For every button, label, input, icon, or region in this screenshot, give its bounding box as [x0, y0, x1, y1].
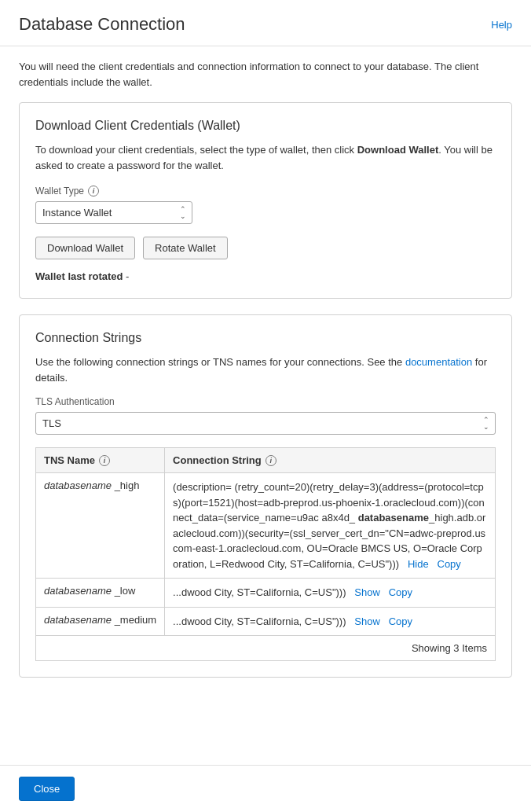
copy-link-high[interactable]: Copy [438, 558, 461, 570]
copy-link-medium[interactable]: Copy [389, 615, 412, 627]
wallet-last-rotated: Wallet last rotated - [35, 270, 496, 282]
wallet-type-select[interactable]: Instance Wallet Regional Wallet [35, 201, 192, 224]
conn-string-info-icon[interactable]: i [266, 455, 276, 466]
tns-prefix-medium: databasename [44, 614, 112, 626]
connection-section: Connection Strings Use the following con… [19, 314, 512, 678]
col2-label: Connection String [173, 454, 262, 466]
showing-items: Showing 3 Items [35, 636, 496, 661]
page-header: Database Connection Help [0, 0, 531, 46]
download-wallet-button[interactable]: Download Wallet [35, 237, 135, 259]
tls-label: TLS Authentication [35, 396, 496, 407]
copy-link-low[interactable]: Copy [389, 586, 412, 598]
wallet-rotated-label: Wallet last rotated [35, 270, 123, 282]
documentation-link[interactable]: documentation [405, 356, 472, 368]
col-tns-name: TNS Name i [36, 448, 165, 473]
conn-string-low: ...dwood City, ST=California, C=US"))) S… [165, 579, 496, 608]
tns-prefix-low: databasename [44, 585, 112, 597]
wallet-type-label: Wallet Type i [35, 186, 496, 197]
page-body: You will need the client credentials and… [0, 46, 531, 765]
wallet-rotated-value: - [123, 270, 129, 282]
wallet-desc-text1: To download your client credentials, sel… [35, 144, 357, 156]
rotate-wallet-button[interactable]: Rotate Wallet [143, 237, 228, 259]
table-row: databasename _low ...dwood City, ST=Cali… [36, 579, 496, 608]
show-link-low[interactable]: Show [354, 586, 380, 598]
wallet-type-info-icon[interactable]: i [88, 186, 99, 197]
conn-string-high-db: databasename [358, 512, 429, 524]
connection-desc: Use the following connection strings or … [35, 355, 496, 385]
conn-string-medium: ...dwood City, ST=California, C=US"))) S… [165, 607, 496, 636]
wallet-section-title: Download Client Credentials (Wallet) [35, 119, 496, 133]
conn-string-high: (description= (retry_count=20)(retry_del… [165, 473, 496, 579]
wallet-type-select-wrapper: Instance Wallet Regional Wallet [35, 201, 192, 224]
page-footer: Close [0, 765, 531, 812]
tns-name-medium: databasename _medium [36, 607, 165, 636]
conn-string-medium-truncated: ...dwood City, ST=California, C=US"))) [173, 615, 352, 627]
wallet-section: Download Client Credentials (Wallet) To … [19, 102, 512, 299]
page-title: Database Connection [19, 14, 185, 35]
tns-prefix-high: databasename [44, 479, 112, 491]
tns-info-icon[interactable]: i [99, 455, 110, 466]
page-container: Database Connection Help You will need t… [0, 0, 531, 812]
col1-label: TNS Name [44, 454, 95, 466]
tns-name-low: databasename _low [36, 579, 165, 608]
tns-name-high: databasename _high [36, 473, 165, 579]
hide-link-high[interactable]: Hide [408, 558, 429, 570]
col-connection-string: Connection String i [165, 448, 496, 473]
intro-text: You will need the client credentials and… [19, 59, 512, 90]
connection-table: TNS Name i Connection String i [35, 447, 496, 636]
conn-string-low-truncated: ...dwood City, ST=California, C=US"))) [173, 586, 352, 598]
wallet-button-row: Download Wallet Rotate Wallet [35, 237, 496, 259]
wallet-desc-bold: Download Wallet [357, 144, 439, 156]
tns-suffix-medium: _medium [112, 614, 156, 626]
tns-suffix-high: _high [112, 479, 139, 491]
tls-select-wrapper: TLS Mutual TLS [35, 412, 496, 435]
table-row: databasename _medium ...dwood City, ST=C… [36, 607, 496, 636]
tns-suffix-low: _low [112, 585, 135, 597]
table-header-row: TNS Name i Connection String i [36, 448, 496, 473]
connection-section-title: Connection Strings [35, 331, 496, 345]
wallet-section-desc: To download your client credentials, sel… [35, 142, 496, 173]
wallet-type-label-text: Wallet Type [35, 186, 84, 197]
show-link-medium[interactable]: Show [354, 615, 380, 627]
conn-desc-text1: Use the following connection strings or … [35, 356, 405, 368]
tls-select[interactable]: TLS Mutual TLS [35, 412, 496, 435]
help-link[interactable]: Help [491, 19, 512, 31]
close-button[interactable]: Close [19, 777, 75, 801]
table-row: databasename _high (description= (retry_… [36, 473, 496, 579]
